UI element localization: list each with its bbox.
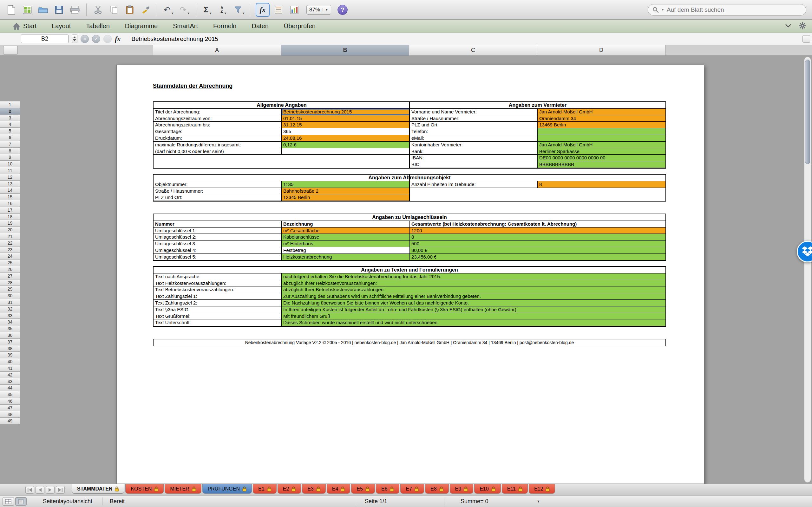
sheet-tab-prüfungen[interactable]: PRÜFUNGEN xyxy=(202,484,252,494)
sort-button[interactable]: AZ ▼ xyxy=(217,3,231,17)
value-cell[interactable] xyxy=(538,128,665,135)
column-header-nummer[interactable]: Nummer xyxy=(154,221,282,228)
label-cell[interactable]: Titel der Abrechnung: xyxy=(154,109,282,115)
row-header-35[interactable]: 35 xyxy=(0,326,20,332)
value-cell[interactable]: 8 xyxy=(538,181,665,188)
formula-bar-expand-button[interactable] xyxy=(803,35,810,43)
row-header-33[interactable]: 33 xyxy=(0,313,20,319)
row-header-43[interactable]: 43 xyxy=(0,378,20,385)
row-header-31[interactable]: 31 xyxy=(0,299,20,306)
label-cell[interactable]: Anzahl Einheiten im Gebäude: xyxy=(410,181,538,188)
sheet-tab-e2[interactable]: E2 xyxy=(277,484,301,494)
sheet-tab-e6[interactable]: E6 xyxy=(376,484,400,494)
label-cell[interactable]: Gesamttage: xyxy=(154,128,282,135)
row-header-7[interactable]: 7 xyxy=(0,141,20,148)
label-cell[interactable]: Druckdatum: xyxy=(154,135,282,142)
row-header-25[interactable]: 25 xyxy=(0,260,20,266)
row-header-32[interactable]: 32 xyxy=(0,306,20,313)
label-cell[interactable]: Text §35a EStG: xyxy=(154,306,282,313)
insert-function-button[interactable]: fx xyxy=(115,35,120,43)
cancel-button[interactable]: × xyxy=(81,35,89,43)
section-header-umlageschluessel[interactable]: Angaben zu Umlageschlüsseln xyxy=(154,214,665,221)
format-painter-button[interactable] xyxy=(139,3,153,17)
value-cell[interactable]: 8 xyxy=(410,234,665,240)
ribbon-settings-button[interactable] xyxy=(799,22,806,31)
value-cell[interactable]: abzüglich Ihrer Betriebskostenvorauszahl… xyxy=(282,286,665,293)
row-header-21[interactable]: 21 xyxy=(0,233,20,240)
collapse-ribbon-button[interactable] xyxy=(785,23,792,29)
row-header-37[interactable]: 37 xyxy=(0,339,20,345)
row-header-36[interactable]: 36 xyxy=(0,332,20,339)
value-cell[interactable]: In Ihren anteiligen Kosten ist folgender… xyxy=(282,306,665,313)
cut-button[interactable] xyxy=(91,3,105,17)
value-cell[interactable]: nachfolgend erhalten Sie die Betriebskos… xyxy=(282,274,665,280)
value-cell[interactable]: Jan Arnold-Moßell GmbH xyxy=(538,109,665,115)
ribbon-tab-ueberpruefen[interactable]: Überprüfen xyxy=(276,20,323,33)
section-header-allgemeine-angaben[interactable]: Allgemeine Angaben xyxy=(154,102,410,109)
value-cell[interactable]: Berliner Sparkasse xyxy=(538,148,665,155)
value-cell[interactable]: 80,00 € xyxy=(410,247,665,254)
row-header-48[interactable]: 48 xyxy=(0,411,20,418)
row-header-41[interactable]: 41 xyxy=(0,365,20,372)
copy-button[interactable] xyxy=(107,3,121,17)
undo-button[interactable]: ↶ ▼ xyxy=(162,3,176,17)
label-cell[interactable]: Vorname und Name Vermieter: xyxy=(410,109,538,115)
row-header-8[interactable]: 8 xyxy=(0,148,20,154)
value-cell[interactable]: Dieses Schreiben wurde maschinell erstel… xyxy=(282,320,665,326)
sum-dropdown-arrow[interactable]: ▼ xyxy=(537,499,540,503)
name-box[interactable]: B2 xyxy=(21,35,68,43)
value-cell[interactable]: Bahnhofstraße 2 xyxy=(282,188,410,194)
sheet-tab-e5[interactable]: E5 xyxy=(351,484,375,494)
label-cell[interactable]: Text Betriebskostenvorauszahlungen: xyxy=(154,286,282,293)
value-cell[interactable]: 24.08.16 xyxy=(282,135,410,142)
value-cell[interactable]: Kabelanschlüsse xyxy=(282,234,410,240)
redo-button[interactable]: ↷ ▼ xyxy=(177,3,192,17)
value-cell[interactable]: 13469 Berlin xyxy=(538,122,665,128)
value-cell[interactable]: 0,12 € xyxy=(282,142,410,148)
row-header-15[interactable]: 15 xyxy=(0,193,20,200)
label-cell[interactable]: IBAN: xyxy=(410,155,538,161)
row-header-42[interactable]: 42 xyxy=(0,372,20,378)
vertical-scrollbar[interactable] xyxy=(804,57,811,483)
ribbon-tab-smartart[interactable]: SmartArt xyxy=(165,20,206,33)
label-cell[interactable]: Text Zahlungsziel 1: xyxy=(154,293,282,300)
value-cell[interactable]: 1200 xyxy=(410,228,665,234)
label-cell[interactable]: Text Zahlungsziel 2: xyxy=(154,300,282,306)
sheet-tab-e4[interactable]: E4 xyxy=(327,484,351,494)
formula-input[interactable]: Betriebskostenabrechnung 2015 xyxy=(131,36,218,43)
row-header-30[interactable]: 30 xyxy=(0,292,20,299)
label-cell[interactable]: Umlageschlüssel 5: xyxy=(154,254,282,261)
row-header-29[interactable]: 29 xyxy=(0,286,20,292)
row-header-4[interactable]: 4 xyxy=(0,121,20,128)
first-sheet-button[interactable] xyxy=(26,486,34,494)
vertical-scrollbar-thumb[interactable] xyxy=(805,60,810,164)
formula-builder-button[interactable]: fx xyxy=(256,3,270,17)
name-box-stepper[interactable] xyxy=(72,35,78,43)
label-cell[interactable]: Straße / Hausnummer: xyxy=(154,188,282,194)
page-layout-view-button[interactable] xyxy=(15,497,27,506)
value-cell[interactable]: 500 xyxy=(410,240,665,247)
sum-indicator[interactable]: Summe= 0 xyxy=(461,498,489,505)
ribbon-tab-diagramme[interactable]: Diagramme xyxy=(117,20,165,33)
value-cell[interactable]: abzüglich Ihrer Heizkostenvorauszahlunge… xyxy=(282,280,665,287)
value-cell[interactable]: Mit freundlichem Gruß xyxy=(282,313,665,320)
label-cell[interactable]: Bank: xyxy=(410,148,538,155)
label-cell[interactable]: BIC: xyxy=(410,161,538,168)
row-header-27[interactable]: 27 xyxy=(0,273,20,279)
zoom-select[interactable]: 87% ▼ xyxy=(306,5,331,14)
label-cell[interactable]: maximale Rundungsdifferenz insgesamt: xyxy=(154,142,282,148)
label-cell[interactable]: Abrechnungszeitraum bis: xyxy=(154,122,282,128)
value-cell[interactable]: 365 xyxy=(282,128,410,135)
search-field[interactable]: ▼ xyxy=(648,4,806,15)
section-header-angaben-vermieter[interactable]: Angaben zum Vermieter xyxy=(410,102,665,109)
row-header-26[interactable]: 26 xyxy=(0,266,20,273)
row-header-11[interactable]: 11 xyxy=(0,167,20,174)
row-header-40[interactable]: 40 xyxy=(0,358,20,365)
row-header-24[interactable]: 24 xyxy=(0,253,20,260)
new-workbook-button[interactable] xyxy=(4,3,18,17)
normal-view-button[interactable] xyxy=(3,497,14,506)
previous-sheet-button[interactable] xyxy=(36,486,44,494)
help-button[interactable]: ? xyxy=(338,5,348,15)
row-header-14[interactable]: 14 xyxy=(0,187,20,193)
row-header-2[interactable]: 2 xyxy=(0,108,20,115)
